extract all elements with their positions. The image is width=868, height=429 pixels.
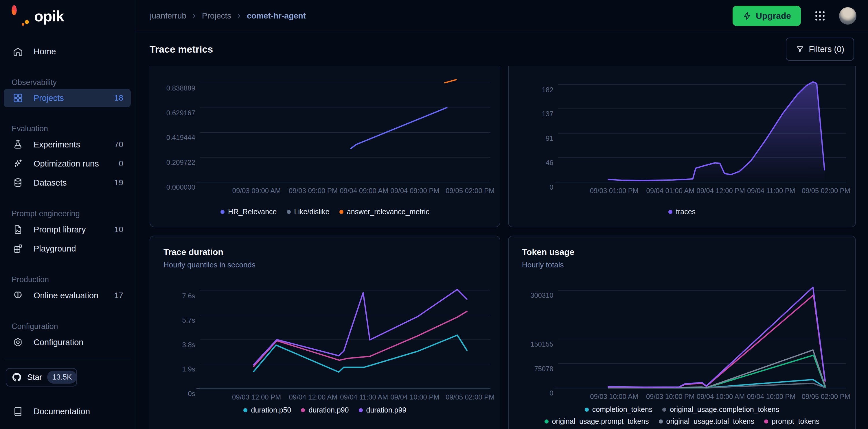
star-count-badge: 13.5K: [47, 371, 77, 384]
svg-text:7.6s: 7.6s: [182, 292, 195, 300]
feedback-scores-legend: HR_RelevanceLike/dislikeanswer_relevance…: [150, 207, 500, 216]
github-icon: [11, 372, 22, 383]
svg-text:09/04 12:00 AM: 09/04 12:00 AM: [289, 393, 338, 401]
svg-text:182: 182: [542, 86, 554, 93]
feedback-scores-chart[interactable]: 0.8388890.6291670.4194440.2097220.000000…: [150, 70, 500, 198]
legend-dot: [659, 420, 663, 424]
sidebar-item-count: 70: [114, 140, 123, 149]
legend-dot: [243, 408, 247, 412]
sidebar-item-label: Home: [34, 47, 113, 56]
filters-button[interactable]: Filters (0): [786, 38, 854, 61]
legend-dot: [764, 420, 768, 424]
breadcrumb-workspace[interactable]: juanferrub: [150, 11, 186, 21]
trace-duration-card: Trace duration Hourly quantiles in secon…: [150, 236, 500, 429]
svg-text:137: 137: [542, 110, 554, 118]
legend-item-original-usage-prompt-tokens[interactable]: original_usage.prompt_tokens: [545, 417, 649, 426]
sidebar-item-optimization-runs[interactable]: Optimization runs0: [4, 154, 131, 173]
app-logo[interactable]: opik: [0, 0, 135, 32]
home-icon: [13, 46, 23, 57]
legend-item-hr-relevance[interactable]: HR_Relevance: [220, 207, 277, 216]
opik-ring-icon: [11, 8, 28, 25]
svg-text:09/04 10:00 PM: 09/04 10:00 PM: [390, 393, 439, 401]
svg-text:0: 0: [550, 389, 553, 397]
sidebar-item-count: 19: [114, 178, 123, 187]
legend-label: duration.p50: [251, 406, 291, 414]
lightning-icon: [742, 11, 752, 21]
user-avatar[interactable]: [839, 7, 857, 25]
playground-icon: [13, 243, 23, 254]
legend-dot: [669, 210, 673, 214]
svg-text:09/04 09:00 AM: 09/04 09:00 AM: [340, 187, 388, 195]
legend-item-traces[interactable]: traces: [669, 207, 695, 216]
svg-text:09/03 12:00 PM: 09/03 12:00 PM: [232, 393, 281, 401]
legend-item-prompt-tokens[interactable]: prompt_tokens: [764, 417, 819, 426]
token-usage-chart[interactable]: 30031015015575078009/03 10:00 AM09/03 10…: [509, 277, 855, 403]
svg-text:0s: 0s: [188, 390, 195, 397]
token-usage-legend: completion_tokensoriginal_usage.completi…: [509, 405, 855, 429]
svg-text:09/03 01:00 PM: 09/03 01:00 PM: [590, 187, 639, 195]
breadcrumb-projects[interactable]: Projects: [202, 11, 231, 21]
svg-text:46: 46: [546, 159, 553, 166]
legend-item-completion-tokens[interactable]: completion_tokens: [585, 405, 652, 414]
sidebar-item-label: Datasets: [34, 178, 104, 188]
upgrade-label: Upgrade: [756, 11, 791, 21]
trace-duration-chart[interactable]: 7.6s5.7s3.8s1.9s0s09/03 12:00 PM09/04 12…: [150, 277, 500, 404]
legend-label: prompt_tokens: [772, 417, 819, 426]
sidebar-section-label: Evaluation: [0, 122, 135, 135]
book-icon: [13, 406, 23, 417]
chevron-right-icon: [236, 13, 242, 19]
traces-count-chart[interactable]: 1821379146009/03 01:00 PM09/04 01:00 AM0…: [509, 70, 855, 198]
traces-count-card: 1821379146009/03 01:00 PM09/04 01:00 AM0…: [508, 66, 856, 227]
legend-dot: [585, 407, 589, 411]
legend-label: answer_relevance_metric: [347, 207, 429, 216]
sidebar-item-projects[interactable]: Projects18: [4, 89, 131, 107]
legend-dot: [287, 210, 291, 214]
funnel-icon: [796, 45, 804, 54]
sidebar-item-count: 10: [114, 225, 123, 234]
sidebar-item-playground[interactable]: Playground: [4, 239, 131, 258]
legend-item-duration-p99[interactable]: duration.p99: [359, 406, 406, 414]
sidebar-item-home[interactable]: Home: [4, 42, 131, 61]
breadcrumb-current-project[interactable]: comet-hr-agent: [247, 11, 306, 21]
card-title: Trace duration: [163, 247, 500, 257]
sidebar-item-documentation[interactable]: Documentation: [4, 402, 131, 421]
svg-text:0.209722: 0.209722: [166, 158, 195, 166]
svg-text:1.9s: 1.9s: [182, 365, 195, 373]
sidebar-item-configuration[interactable]: Configuration: [4, 333, 131, 352]
legend-item-original-usage-completion-tokens[interactable]: original_usage.completion_tokens: [662, 405, 779, 414]
legend-item-like-dislike[interactable]: Like/dislike: [287, 207, 330, 216]
legend-item-answer-relevance-metric[interactable]: answer_relevance_metric: [339, 207, 429, 216]
prompt-file-icon: [13, 224, 23, 235]
sidebar-item-experiments[interactable]: Experiments70: [4, 135, 131, 154]
trace-duration-legend: duration.p50duration.p90duration.p99: [150, 406, 500, 414]
legend-item-duration-p50[interactable]: duration.p50: [243, 406, 291, 414]
svg-text:09/04 01:00 AM: 09/04 01:00 AM: [646, 187, 694, 195]
sidebar-item-label: Online evaluation: [34, 291, 104, 300]
svg-text:09/03 09:00 AM: 09/03 09:00 AM: [232, 187, 281, 195]
sidebar-item-prompt-library[interactable]: Prompt library10: [4, 220, 131, 239]
page-header: Trace metrics Filters (0): [135, 32, 868, 66]
sidebar-section-label: Observability: [0, 76, 135, 89]
topbar: juanferrub Projects comet-hr-agent Upgra…: [135, 0, 868, 32]
sidebar-item-label: Documentation: [34, 407, 123, 416]
sidebar-item-online-evaluation[interactable]: Online evaluation17: [4, 286, 131, 305]
sidebar-item-datasets[interactable]: Datasets19: [4, 173, 131, 192]
svg-text:0.838889: 0.838889: [166, 84, 195, 92]
star-label: Star: [27, 373, 42, 382]
legend-label: original_usage.total_tokens: [666, 417, 754, 426]
legend-label: duration.p99: [366, 406, 406, 414]
svg-text:09/04 12:00 PM: 09/04 12:00 PM: [696, 187, 745, 195]
svg-text:5.7s: 5.7s: [182, 316, 195, 324]
svg-text:09/03 10:00 PM: 09/03 10:00 PM: [646, 393, 695, 400]
legend-label: traces: [676, 207, 695, 216]
svg-text:09/05 02:00 PM: 09/05 02:00 PM: [802, 393, 850, 400]
traces-count-legend: traces: [509, 207, 855, 216]
sparkles-icon: [13, 158, 23, 169]
feedback-scores-card: 0.8388890.6291670.4194440.2097220.000000…: [150, 66, 500, 227]
upgrade-button[interactable]: Upgrade: [733, 6, 801, 26]
github-star-button[interactable]: Star 13.5K: [6, 368, 77, 387]
legend-item-original-usage-total-tokens[interactable]: original_usage.total_tokens: [659, 417, 754, 426]
svg-text:75078: 75078: [534, 365, 553, 373]
legend-item-duration-p90[interactable]: duration.p90: [301, 406, 349, 414]
apps-grid-icon[interactable]: [814, 9, 826, 22]
